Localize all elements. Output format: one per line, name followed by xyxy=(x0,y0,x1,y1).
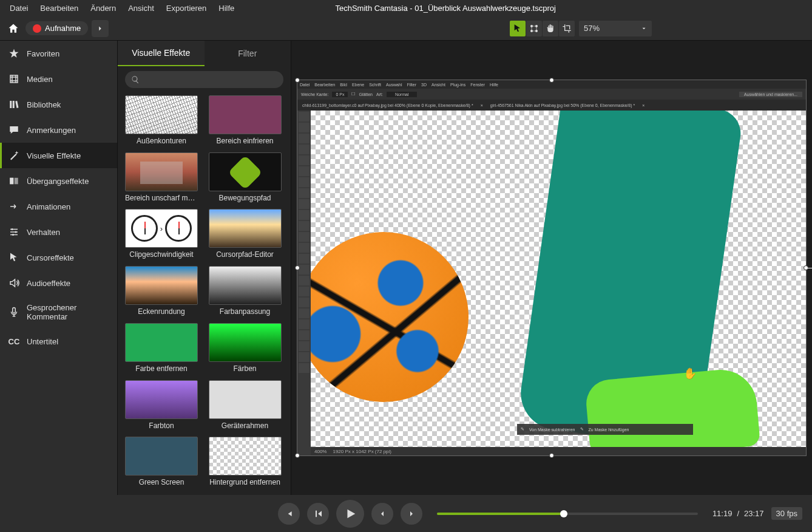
svg-point-5 xyxy=(15,231,17,233)
search-icon xyxy=(131,75,140,84)
record-dot-icon xyxy=(33,24,41,33)
selection-handle[interactable] xyxy=(295,453,300,458)
menu-help[interactable]: Hilfe xyxy=(212,1,240,15)
canvas-tool-group xyxy=(510,21,575,36)
fps-indicator[interactable]: 30 fps xyxy=(771,507,802,520)
effect-label: Green Screen xyxy=(125,478,198,486)
effect-farbe-entfernen[interactable]: Farbe entfernen xyxy=(125,323,200,374)
menu-file[interactable]: Datei xyxy=(4,1,34,15)
select-tool[interactable] xyxy=(510,21,526,36)
selection-handle[interactable] xyxy=(295,265,300,270)
effect-farbton[interactable]: Farbton xyxy=(125,380,200,431)
effect-thumbnail xyxy=(125,95,198,134)
cursor-icon xyxy=(513,24,523,33)
selection-handle[interactable] xyxy=(295,78,300,83)
prev-marker-button[interactable] xyxy=(371,503,393,525)
tab-visual-effects[interactable]: Visuelle Effekte xyxy=(118,41,205,66)
window-title: TechSmith Camtasia - 01_Überblick Auswah… xyxy=(240,4,651,13)
effect-eckenrundung[interactable]: Eckenrundung xyxy=(125,266,200,317)
effect-thumbnail xyxy=(125,380,198,419)
effect-thumbnail xyxy=(125,266,198,305)
hand-cursor-icon: ✋ xyxy=(683,367,697,380)
effect-thumbnail xyxy=(209,323,282,362)
sidebar-item-media[interactable]: Medien xyxy=(0,66,117,92)
effect-search-field[interactable] xyxy=(125,71,283,88)
sidebar-item-captions[interactable]: CCUntertitel xyxy=(0,329,117,354)
next-marker-button[interactable] xyxy=(401,503,422,525)
sidebar-item-library[interactable]: Bibliothek xyxy=(0,92,117,117)
effect-bereich-unscharf-ma-[interactable]: Bereich unscharf ma... xyxy=(125,152,200,203)
prev-frame-button[interactable] xyxy=(278,503,300,525)
ps-mask-toolbar: ✎Von Maske subtrahieren ✎Zu Maske hinzuf… xyxy=(517,424,693,435)
effect-clipgeschwindigkeit[interactable]: ›Clipgeschwindigkeit xyxy=(125,209,200,260)
effect-label: Bereich unscharf ma... xyxy=(125,194,198,202)
menu-view[interactable]: Ansicht xyxy=(122,1,160,15)
effect-cursorpfad-editor[interactable]: Cursorpfad-Editor xyxy=(209,209,284,260)
canvas-area[interactable]: DateiBearbeitenBildEbeneSchriftAuswahlFi… xyxy=(291,41,812,495)
tab-filter[interactable]: Filter xyxy=(205,41,291,66)
menu-modify[interactable]: Ändern xyxy=(84,1,122,15)
chevron-down-icon xyxy=(641,26,647,32)
ps-toolbox xyxy=(297,111,311,455)
effect-label: Bereich einfrieren xyxy=(209,137,282,145)
effects-grid[interactable]: AußenkonturenBereich einfrierenBereich u… xyxy=(118,93,291,495)
effect-thumbnail xyxy=(209,95,282,134)
time-current: 11:19 xyxy=(712,509,732,518)
effect-thumbnail xyxy=(209,437,282,476)
sliders-icon xyxy=(8,227,19,237)
canvas-clip[interactable]: DateiBearbeitenBildEbeneSchriftAuswahlFi… xyxy=(297,80,807,456)
effect-f-rben[interactable]: Färben xyxy=(209,323,284,374)
crop-tool[interactable] xyxy=(559,21,575,36)
menu-export[interactable]: Exportieren xyxy=(160,1,212,15)
effect-bereich-einfrieren[interactable]: Bereich einfrieren xyxy=(209,95,284,146)
effect-label: Geräterahmen xyxy=(209,421,282,430)
effect-au-enkonturen[interactable]: Außenkonturen xyxy=(125,95,200,146)
effect-hintergrund-entfernen[interactable]: Hintergrund entfernen xyxy=(209,437,284,488)
effect-bewegungspfad[interactable]: Bewegungspfad xyxy=(209,152,284,203)
ps-app-chrome: DateiBearbeitenBildEbeneSchriftAuswahlFi… xyxy=(297,80,806,111)
effect-label: Farbe entfernen xyxy=(125,364,198,373)
play-button[interactable] xyxy=(336,500,364,528)
sidebar-item-behaviors[interactable]: Verhalten xyxy=(0,219,117,245)
sidebar-item-favorites[interactable]: Favoriten xyxy=(0,41,117,66)
menu-edit[interactable]: Bearbeiten xyxy=(34,1,84,15)
chevron-right-icon xyxy=(96,24,104,33)
seek-thumb[interactable] xyxy=(560,510,567,517)
sidebar-item-audioeffects[interactable]: Audioeffekte xyxy=(0,270,117,296)
sidebar-item-voice[interactable]: Gesprochener Kommentar xyxy=(0,296,117,329)
speaker-icon xyxy=(8,278,19,288)
effect-label: Farbanpassung xyxy=(209,307,282,316)
sidebar-item-visualeffects[interactable]: Visuelle Effekte xyxy=(0,143,117,168)
effect-thumbnail xyxy=(125,152,198,191)
pan-tool[interactable] xyxy=(543,21,558,36)
effect-search-input[interactable] xyxy=(143,75,277,84)
play-toggle-button[interactable] xyxy=(307,503,329,525)
sidebar-item-cursoreffects[interactable]: Cursoreffekte xyxy=(0,245,117,270)
record-options-button[interactable] xyxy=(92,20,109,37)
speech-icon xyxy=(8,124,19,135)
seek-fill xyxy=(437,513,564,515)
soccer-shoe-graphic xyxy=(584,367,760,447)
tool-sidebar: Favoriten Medien Bibliothek Anmerkungen … xyxy=(0,41,118,495)
seek-bar[interactable] xyxy=(437,513,698,515)
effect-farbanpassung[interactable]: Farbanpassung xyxy=(209,266,284,317)
selection-handle[interactable] xyxy=(549,78,554,83)
record-label: Aufnahme xyxy=(45,24,81,33)
record-button[interactable]: Aufnahme xyxy=(25,21,88,35)
effect-label: Farbton xyxy=(125,421,198,430)
effect-thumbnail: › xyxy=(125,209,198,248)
effect-green-screen[interactable]: Green Screen xyxy=(125,437,200,488)
zoom-dropdown[interactable]: 57% xyxy=(579,21,652,36)
effect-thumbnail xyxy=(125,437,198,476)
home-button[interactable] xyxy=(5,20,22,37)
effect-ger-terahmen[interactable]: Geräterahmen xyxy=(209,380,284,431)
soccer-ball-graphic xyxy=(311,232,469,402)
effect-thumbnail xyxy=(209,266,282,305)
sidebar-item-transitions[interactable]: Übergangseffekte xyxy=(0,168,117,194)
sidebar-item-annotations[interactable]: Anmerkungen xyxy=(0,117,117,143)
sidebar-item-animations[interactable]: Animationen xyxy=(0,194,117,219)
nodes-icon xyxy=(529,24,539,33)
edit-points-tool[interactable] xyxy=(526,21,542,36)
effect-thumbnail xyxy=(209,209,282,248)
selection-handle[interactable] xyxy=(549,453,554,458)
